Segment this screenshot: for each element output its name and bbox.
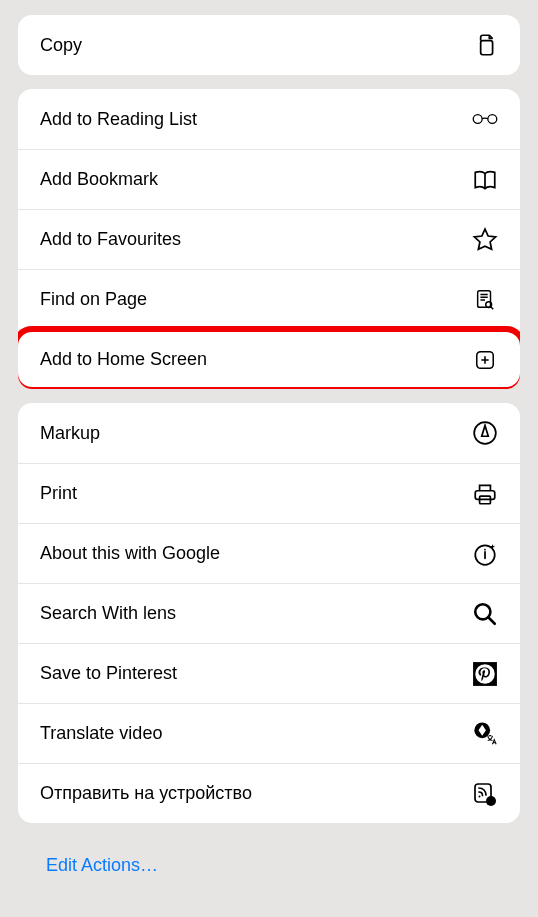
action-label: Add to Favourites xyxy=(40,229,181,250)
action-row-print[interactable]: Print xyxy=(18,463,520,523)
edit-actions-link[interactable]: Edit Actions… xyxy=(18,837,186,906)
svg-rect-0 xyxy=(481,41,493,55)
info-sparkle-icon xyxy=(472,541,498,567)
doc-search-icon xyxy=(472,287,498,313)
svg-rect-7 xyxy=(475,490,495,499)
action-label: Search With lens xyxy=(40,603,176,624)
share-sheet: Copy Add to Reading List Add Bookmark xyxy=(0,0,538,906)
action-row-save-pinterest[interactable]: Save to Pinterest xyxy=(18,643,520,703)
action-row-add-to-reading-list[interactable]: Add to Reading List xyxy=(18,89,520,149)
action-group-3: Markup Print About this with Google xyxy=(18,403,520,823)
copy-icon xyxy=(472,32,498,58)
action-row-markup[interactable]: Markup xyxy=(18,403,520,463)
action-row-add-to-favourites[interactable]: Add to Favourites xyxy=(18,209,520,269)
action-group-1: Copy xyxy=(18,15,520,75)
svg-rect-3 xyxy=(478,290,491,307)
action-label: Print xyxy=(40,483,77,504)
book-icon xyxy=(472,167,498,193)
translate-video-icon xyxy=(472,721,498,747)
svg-point-15 xyxy=(479,795,481,797)
action-label: Add Bookmark xyxy=(40,169,158,190)
action-label: Find on Page xyxy=(40,289,147,310)
action-label: About this with Google xyxy=(40,543,220,564)
action-row-search-lens[interactable]: Search With lens xyxy=(18,583,520,643)
action-label: Save to Pinterest xyxy=(40,663,177,684)
action-row-copy[interactable]: Copy xyxy=(18,15,520,75)
action-label: Markup xyxy=(40,423,100,444)
plus-square-icon xyxy=(472,347,498,373)
action-label: Translate video xyxy=(40,723,162,744)
svg-point-12 xyxy=(475,664,495,684)
cast-device-icon: Я xyxy=(472,781,498,807)
action-row-add-to-home-screen[interactable]: Add to Home Screen xyxy=(18,329,520,389)
star-icon xyxy=(472,227,498,253)
action-row-translate-video[interactable]: Translate video xyxy=(18,703,520,763)
svg-point-2 xyxy=(488,115,497,124)
action-label: Отправить на устройство xyxy=(40,783,252,804)
magnify-icon xyxy=(472,601,498,627)
markup-icon xyxy=(472,420,498,446)
action-row-send-to-device[interactable]: Отправить на устройство Я xyxy=(18,763,520,823)
action-row-find-on-page[interactable]: Find on Page xyxy=(18,269,520,329)
action-label: Add to Reading List xyxy=(40,109,197,130)
svg-point-1 xyxy=(473,115,482,124)
svg-text:Я: Я xyxy=(488,798,493,805)
pinterest-icon xyxy=(472,661,498,687)
action-label: Add to Home Screen xyxy=(40,349,207,370)
action-row-about-google[interactable]: About this with Google xyxy=(18,523,520,583)
glasses-icon xyxy=(472,106,498,132)
action-row-add-bookmark[interactable]: Add Bookmark xyxy=(18,149,520,209)
printer-icon xyxy=(472,481,498,507)
action-group-2: Add to Reading List Add Bookmark Add to … xyxy=(18,89,520,389)
action-label: Copy xyxy=(40,35,82,56)
